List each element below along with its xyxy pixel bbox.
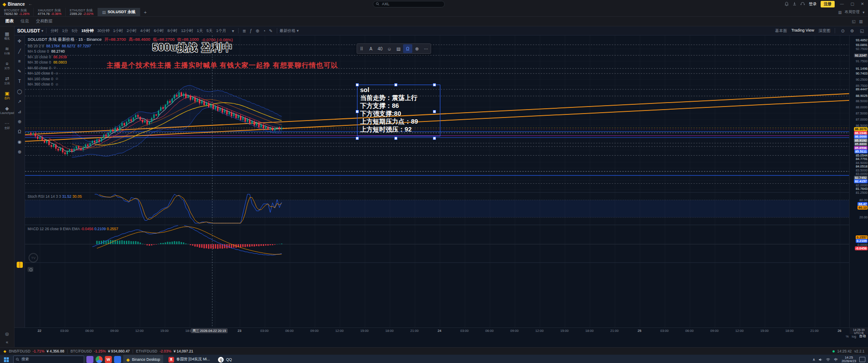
expand-icon[interactable]: ◱ <box>859 28 865 33</box>
timeframe-分时[interactable]: 分时 <box>49 28 61 34</box>
visibility-off-icon[interactable]: ⊘ <box>55 82 58 86</box>
sidebar-item-交易[interactable]: ⇄交易 <box>0 73 14 88</box>
register-button[interactable]: 注册 <box>821 1 835 7</box>
timeframe-4小时[interactable]: 4小时 <box>139 28 152 34</box>
blue-app-icon[interactable] <box>114 356 121 363</box>
tab-图表[interactable]: 图表 <box>5 18 14 24</box>
trash-icon[interactable]: ⊗ <box>18 150 21 154</box>
screenshot-icon[interactable] <box>28 267 33 272</box>
cursor-icon[interactable]: ✜ <box>18 39 21 43</box>
binance-logo[interactable]: ◆ Binance <box>3 2 25 7</box>
camera-icon[interactable]: ⊙ <box>839 28 846 33</box>
fib-icon[interactable]: ≡ <box>18 59 21 64</box>
timeframe-1小时[interactable]: 1小时 <box>111 28 125 34</box>
delete-icon[interactable]: ⊗ <box>412 44 421 53</box>
emoji-icon[interactable]: ☺ <box>385 44 394 53</box>
taskbar-binance-app[interactable]: ◆ Binance Desktop <box>123 355 163 363</box>
chart-mode-tab[interactable]: 深度图 <box>818 28 830 34</box>
tab-信息[interactable]: 信息 <box>21 18 29 24</box>
watchlist-tab-ethusdt[interactable]: ETHUSDT 永续2355.20-2.02% <box>66 8 98 16</box>
network-icon[interactable] <box>826 358 830 362</box>
sidebar-item-买币[interactable]: ¤买币 <box>0 58 14 73</box>
text-color-icon[interactable]: A <box>366 44 375 53</box>
help-icon[interactable]: ◎ <box>5 331 9 336</box>
back-icon[interactable]: ← <box>29 2 33 6</box>
eye-icon[interactable]: ◉ <box>18 140 21 144</box>
scale-button-自动[interactable]: 自动 <box>859 334 866 338</box>
download-icon[interactable] <box>793 2 797 6</box>
symbol-dropdown[interactable]: SOLUSDT ▾ <box>17 28 43 33</box>
selection-handle[interactable] <box>433 110 436 113</box>
chart-area[interactable]: SOLUSDT 永续 最新价格 · 15 · Binance 开=88.3700… <box>25 36 849 327</box>
indicators-icon[interactable]: ƒ <box>248 28 254 33</box>
tray-chevron-icon[interactable]: ∧ <box>812 357 815 362</box>
popout-icon[interactable]: ◱ <box>852 19 856 24</box>
watchlist-tab-btcusdt[interactable]: BTCUSDT 永续78262.50-1.26% <box>0 8 34 16</box>
timeframe-1天[interactable]: 1天 <box>195 28 205 34</box>
brush-icon[interactable]: ✎ <box>18 69 21 74</box>
edit-icon[interactable]: ✎ <box>268 28 274 33</box>
selection-handle[interactable] <box>394 83 397 86</box>
footer-ticker-BTC/FDUSD[interactable]: BTC/FDUSD-1.25%¥ 934,860.47 <box>71 349 130 353</box>
legend-symbol[interactable]: SOLUSDT 永续 最新价格 · 15 · Binance <box>28 37 102 43</box>
timeframe-5天[interactable]: 5天 <box>205 28 214 34</box>
more-icon[interactable]: ⋯ <box>421 44 431 53</box>
input-language-indicator[interactable]: 中 <box>833 357 839 362</box>
layout-manage-label[interactable]: 布局管理 <box>845 10 860 15</box>
tray-clock[interactable]: 14:25 2026/4/23 <box>842 356 856 363</box>
sidebar-item-Launchpad[interactable]: ◆Launchpad <box>0 103 14 117</box>
maximize-icon[interactable]: ▢ <box>849 2 856 6</box>
settings-icon[interactable]: ⚙ <box>849 28 856 33</box>
indicator-legend-row[interactable]: MA 160 close 0⊘ <box>28 77 233 81</box>
sidebar-item-全部[interactable]: ⋯全部 <box>0 117 14 132</box>
selection-handle[interactable] <box>356 83 359 86</box>
zoom-icon[interactable]: ⊕ <box>18 120 21 124</box>
headset-icon[interactable] <box>800 2 805 6</box>
selection-handle[interactable] <box>394 137 397 140</box>
volume-icon[interactable] <box>818 358 823 362</box>
tab-solusdt-active[interactable]: ▤ SOLUSDT 永续 <box>98 8 140 16</box>
chart-mode-tab[interactable]: 基本面 <box>775 28 787 34</box>
visibility-off-icon[interactable]: ⊘ <box>55 77 58 81</box>
timeframe-12小时[interactable]: 12小时 <box>179 28 195 34</box>
taskbar-stream-app[interactable]: 直 春园营 [D4实况 Mi... <box>165 355 213 363</box>
chart-annotation-title[interactable]: 500u挑战 盈利中 <box>152 41 233 54</box>
axis-clock[interactable]: 14:25:39 UTC+8 <box>850 328 868 334</box>
macd-legend[interactable]: MACD 12 26 close 9 EMA EMA -0.0456 0.210… <box>28 227 118 231</box>
selection-handle[interactable] <box>433 137 436 140</box>
selection-handle[interactable] <box>356 110 359 113</box>
timeframe-6小时[interactable]: 6小时 <box>152 28 166 34</box>
analysis-note-box[interactable]: sol当前走势：震荡上行下方支撑：86下方强支撑:80上方短期压力点：89上方短… <box>357 85 440 136</box>
timeframe-1分[interactable]: 1分 <box>61 28 70 34</box>
font-size-button[interactable]: 40 <box>375 44 385 53</box>
global-search[interactable] <box>373 1 445 7</box>
footer-ticker-ETH/FDUSD[interactable]: ETH/FDUSD-2.03%¥ 14,097.21 <box>136 349 193 353</box>
drag-handle-icon[interactable]: ⠿ <box>357 44 366 53</box>
photos-app-icon[interactable] <box>86 356 93 363</box>
bell-icon[interactable] <box>785 2 789 6</box>
visibility-off-icon[interactable]: ⊘ <box>55 71 58 75</box>
timeframe-more-icon[interactable]: ▾ <box>231 28 236 33</box>
minimize-icon[interactable]: — <box>839 2 845 6</box>
magnet-icon[interactable]: Ω <box>18 130 21 134</box>
timeframe-5分[interactable]: 5分 <box>70 28 80 34</box>
visibility-off-icon[interactable]: ⊘ <box>53 66 56 70</box>
indicator-legend-row[interactable]: MA 120 close 0⊘ <box>28 71 233 75</box>
text-icon[interactable]: T <box>18 79 21 84</box>
timeframe-2小时[interactable]: 2小时 <box>125 28 139 34</box>
timeframe-30分钟[interactable]: 30分钟 <box>96 28 111 34</box>
gift-icon[interactable] <box>17 262 23 268</box>
sidebar-item-合约[interactable]: ▣合约 <box>0 88 14 103</box>
price-axis[interactable]: 93.485293.089192.750092.224791.750091.14… <box>849 36 868 327</box>
notification-center-icon[interactable] <box>859 357 865 362</box>
measure-icon[interactable]: ⊿ <box>18 110 21 114</box>
collapse-icon[interactable]: « <box>6 340 8 345</box>
compare-icon[interactable]: ⊕ <box>254 28 261 33</box>
shapes-icon[interactable]: ◯ <box>17 89 22 94</box>
alert-icon[interactable]: ◔ <box>261 28 267 33</box>
taskbar-search[interactable]: 搜索 <box>13 356 84 363</box>
template-icon[interactable]: ▤ <box>394 44 403 53</box>
price-source-dropdown[interactable]: 最新价格 ▾ <box>280 28 299 34</box>
selection-handle[interactable] <box>356 137 359 140</box>
layout-caret-icon[interactable]: ▾ <box>863 10 864 14</box>
